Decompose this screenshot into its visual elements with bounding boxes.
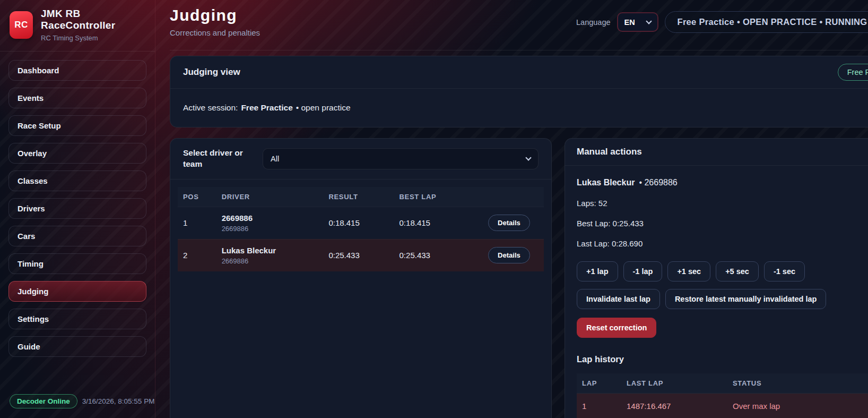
row-pos: 1 [178, 207, 216, 239]
active-session-suffix: • open practice [296, 103, 351, 112]
row-driver-sub: 2669886 [222, 257, 318, 265]
minus-1-sec-button[interactable]: -1 sec [764, 261, 805, 281]
driver-filter-row: Select driver or team All [170, 139, 551, 179]
row-driver-cell: 2669886 2669886 [216, 207, 324, 239]
col-header-result: RESULT [323, 187, 394, 207]
sidebar-item-events[interactable]: Events [8, 88, 146, 108]
sidebar-footer: Decoder Online 3/16/2026, 8:05:55 PM [0, 385, 155, 418]
row-result: 0:25.433 [323, 239, 394, 271]
col-header-lap: LAP [577, 373, 621, 394]
row-pos: 2 [178, 239, 216, 271]
last-lap-line: Last Lap: 0:28.690 [577, 239, 868, 248]
sidebar: RC JMK RB RaceController RC Timing Syste… [0, 0, 155, 418]
row-driver-sub: 2669886 [222, 225, 318, 233]
app-logo-icon: RC [10, 11, 33, 39]
driver-select-label: Select driver or team [183, 148, 251, 170]
decoder-status-badge: Decoder Online [10, 394, 77, 408]
app-title-block: JMK RB RaceController RC Timing System [41, 8, 115, 42]
sidebar-item-overlay[interactable]: Overlay [8, 143, 146, 164]
results-table-header-row: POS DRIVER RESULT BEST LAP [178, 187, 544, 207]
row-action-cell: Details [474, 207, 544, 239]
sidebar-item-classes[interactable]: Classes [8, 170, 146, 191]
driver-select[interactable]: All [263, 148, 539, 169]
lap-number: 1 [577, 394, 621, 418]
active-session-line: Active session:Free Practice• open pract… [170, 89, 868, 127]
table-row[interactable]: 1 2669886 2669886 0:18.415 0:18.415 Deta… [178, 207, 544, 239]
manual-actions-body: Lukas Bleckur• 2669886 Laps: 52 Best Lap… [565, 166, 868, 418]
col-header-status: STATUS [727, 373, 868, 394]
details-button[interactable]: Details [488, 247, 530, 263]
chevron-down-icon [525, 155, 531, 160]
details-button[interactable]: Details [488, 215, 530, 231]
lap-status: Over max lap [727, 394, 868, 418]
row-best-lap: 0:25.433 [394, 239, 474, 271]
sidebar-item-settings[interactable]: Settings [8, 309, 146, 329]
chevron-down-icon [646, 18, 652, 24]
reset-correction-button[interactable]: Reset correction [577, 318, 656, 338]
lap-adjust-buttons: +1 lap -1 lap +1 sec +5 sec -1 sec [577, 261, 868, 281]
app-name-line2: RaceController [41, 20, 115, 31]
sidebar-item-race-setup[interactable]: Race Setup [8, 115, 146, 136]
app-name-line1: JMK RB [41, 8, 115, 20]
row-action-cell: Details [474, 239, 544, 271]
plus-1-lap-button[interactable]: +1 lap [577, 261, 618, 281]
driver-select-value: All [271, 155, 279, 163]
content-columns: Select driver or team All POS DRIVER RES… [170, 138, 868, 418]
judging-view-card: Judging view Free Practice Active sessio… [170, 56, 868, 127]
driver-results-card: Select driver or team All POS DRIVER RES… [170, 138, 552, 418]
laps-line: Laps: 52 [577, 199, 868, 208]
col-header-pos: POS [178, 187, 216, 207]
invalidate-last-lap-button[interactable]: Invalidate last lap [577, 289, 660, 309]
plus-5-sec-button[interactable]: +5 sec [716, 261, 759, 281]
col-header-last-lap: LAST LAP [621, 373, 727, 394]
row-driver-name: 2669886 [222, 214, 318, 223]
page-header: Judging Corrections and penalties Langua… [170, 0, 868, 50]
sidebar-item-timing[interactable]: Timing [8, 253, 146, 274]
app-logo-block: RC JMK RB RaceController RC Timing Syste… [0, 0, 155, 52]
main-content: Judging Corrections and penalties Langua… [155, 0, 868, 418]
selected-driver-number: • 2669886 [639, 178, 677, 187]
plus-1-sec-button[interactable]: +1 sec [667, 261, 710, 281]
language-label: Language [576, 18, 611, 27]
row-best-lap: 0:18.415 [394, 207, 474, 239]
sidebar-item-cars[interactable]: Cars [8, 226, 146, 246]
row-driver-cell: Lukas Bleckur 2669886 [216, 239, 324, 271]
col-header-driver: DRIVER [216, 187, 324, 207]
results-table: POS DRIVER RESULT BEST LAP 1 [178, 187, 544, 271]
lap-history-table-wrap: LAP LAST LAP STATUS 1 1487:16.467 Over m… [577, 373, 868, 418]
lap-history-table: LAP LAST LAP STATUS 1 1487:16.467 Over m… [577, 373, 868, 418]
sidebar-item-judging[interactable]: Judging [8, 281, 146, 302]
col-header-best-lap: BEST LAP [394, 187, 474, 207]
language-select[interactable]: EN [617, 12, 658, 32]
selected-driver-name: Lukas Bleckur [577, 178, 635, 187]
restore-invalidated-lap-button[interactable]: Restore latest manually invalidated lap [665, 289, 827, 309]
race-controller-app: RC JMK RB RaceController RC Timing Syste… [0, 0, 868, 418]
lap-last-time: 1487:16.467 [621, 394, 727, 418]
minus-1-lap-button[interactable]: -1 lap [623, 261, 663, 281]
reset-row: Reset correction [577, 318, 868, 338]
lap-history-header-row: LAP LAST LAP STATUS [577, 373, 868, 394]
active-session-label: Active session: [183, 103, 238, 112]
row-result: 0:18.415 [323, 207, 394, 239]
sidebar-item-drivers[interactable]: Drivers [8, 198, 146, 219]
lap-history-title: Lap history [577, 354, 868, 364]
judging-view-header: Judging view Free Practice [170, 56, 868, 89]
sidebar-item-guide[interactable]: Guide [8, 336, 146, 357]
sidebar-nav: Dashboard Events Race Setup Overlay Clas… [0, 52, 155, 357]
manual-actions-card: Manual actions Lukas Bleckur• 2669886 La… [565, 138, 868, 418]
lap-validity-buttons: Invalidate last lap Restore latest manua… [577, 289, 868, 309]
active-session-name: Free Practice [241, 103, 292, 112]
language-select-value: EN [624, 18, 635, 27]
sidebar-item-dashboard[interactable]: Dashboard [8, 60, 146, 81]
app-tagline: RC Timing System [41, 34, 115, 42]
selected-driver-line: Lukas Bleckur• 2669886 [577, 178, 868, 187]
best-lap-line: Best Lap: 0:25.433 [577, 219, 868, 228]
manual-actions-title: Manual actions [565, 139, 868, 166]
session-status-pill: Free Practice • OPEN PRACTICE • RUNNING [665, 11, 868, 33]
table-row-selected[interactable]: 2 Lukas Bleckur 2669886 0:25.433 0:25.43… [178, 239, 544, 271]
session-type-badge: Free Practice [838, 64, 868, 81]
judging-view-title: Judging view [183, 67, 240, 78]
clock-timestamp: 3/16/2026, 8:05:55 PM [82, 397, 155, 405]
col-header-action [474, 187, 544, 207]
row-driver-name: Lukas Bleckur [222, 246, 318, 255]
